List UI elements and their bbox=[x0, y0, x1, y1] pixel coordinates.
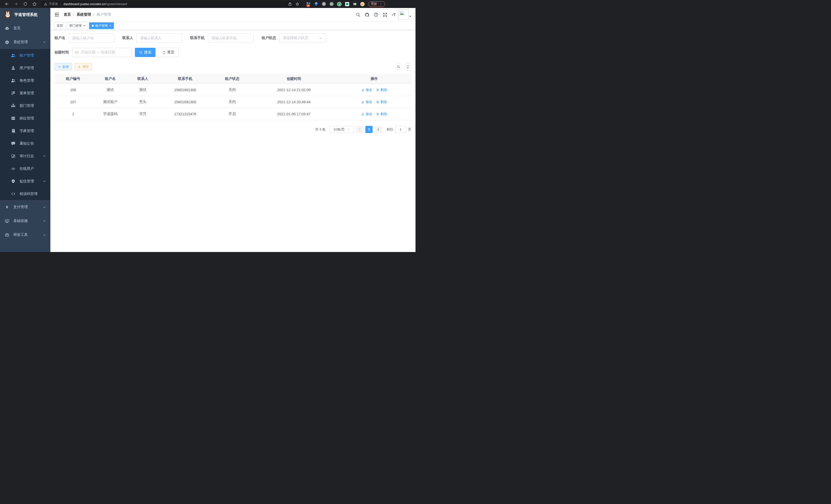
browser-reload-button[interactable] bbox=[23, 2, 28, 6]
tab-home[interactable]: 首页 × bbox=[54, 22, 65, 29]
search-button[interactable]: 搜索 bbox=[135, 48, 155, 57]
browser-toolbar: 不安全 dashboard.yudao.iocoder.cn/system/te… bbox=[0, 0, 416, 8]
sidebar-item-pay[interactable]: 支付管理 bbox=[0, 200, 50, 214]
cell-created-time: 2021-12-14 20:49:44 bbox=[251, 96, 337, 108]
sidebar-item-online[interactable]: 在线用户 bbox=[0, 162, 50, 175]
tab-tenant[interactable]: 租户管理 × bbox=[89, 22, 114, 29]
add-button[interactable]: 新增 bbox=[55, 63, 72, 70]
prev-page-button[interactable] bbox=[356, 126, 363, 133]
menu-item-label: 租户管理 bbox=[20, 53, 34, 58]
sidebar-item-errcode[interactable]: 错误码管理 bbox=[0, 187, 50, 200]
header-actions bbox=[355, 12, 397, 17]
reset-button[interactable]: 重置 bbox=[158, 48, 179, 57]
delete-link[interactable]: 删除 bbox=[376, 100, 387, 104]
contact-input[interactable] bbox=[137, 33, 182, 42]
app-logo[interactable]: 芋道管理系统 bbox=[0, 8, 50, 21]
sidebar-item-post[interactable]: 岗位管理 bbox=[0, 112, 50, 125]
header-button-font-size[interactable] bbox=[392, 12, 397, 17]
extensions-puzzle-icon[interactable] bbox=[352, 2, 357, 6]
delete-link[interactable]: 删除 bbox=[376, 112, 387, 116]
address-bar[interactable]: 不安全 dashboard.yudao.iocoder.cn/system/te… bbox=[40, 1, 303, 7]
browser-forward-button[interactable] bbox=[14, 2, 18, 6]
sidebar-item-audit[interactable]: 审计日志 bbox=[0, 150, 50, 162]
sidebar-item-sms[interactable]: 短信管理 bbox=[0, 175, 50, 187]
create-time-range-picker[interactable]: 开始日期 - 结束日期 bbox=[72, 48, 132, 57]
chevron-down-icon bbox=[42, 233, 46, 237]
menu-icon bbox=[5, 26, 9, 31]
emoji-profile-icon[interactable] bbox=[360, 2, 365, 6]
menu-icon bbox=[11, 141, 16, 146]
next-page-button[interactable] bbox=[375, 126, 382, 133]
table-row-2: 1 芋道源码 芋艿 17321315478 开启 2021-01-05 17:0… bbox=[55, 108, 411, 120]
table-row-1: 107 测试租户 秃头 15601691300 关闭 2021-12-14 20… bbox=[55, 96, 411, 108]
edit-link[interactable]: 修改 bbox=[361, 100, 372, 104]
chevron-down-icon bbox=[42, 154, 46, 158]
page-size-select[interactable]: 10条/页 bbox=[329, 126, 354, 133]
tenant-name-input[interactable] bbox=[68, 33, 114, 42]
header-button-fullscreen[interactable] bbox=[382, 12, 388, 17]
tab-dept[interactable]: 部门管理 × bbox=[67, 22, 88, 29]
yudao-extension-icon[interactable]: y bbox=[337, 2, 342, 6]
chevron-down-icon bbox=[42, 206, 46, 209]
sidebar-item-tenant[interactable]: 租户管理 bbox=[0, 49, 50, 62]
sidebar-item-menu[interactable]: 菜单管理 bbox=[0, 87, 50, 99]
export-button[interactable]: 导出 bbox=[75, 63, 92, 70]
header-button-github[interactable] bbox=[365, 12, 370, 17]
sidebar-item-user[interactable]: 用户管理 bbox=[0, 62, 50, 74]
sidebar-item-dict[interactable]: 字典管理 bbox=[0, 125, 50, 137]
page-button-1[interactable]: 1 bbox=[365, 126, 373, 133]
chevron-down-icon bbox=[42, 180, 46, 183]
sidebar-item-infra[interactable]: 基础设施 bbox=[0, 214, 50, 228]
mobile-input[interactable] bbox=[208, 33, 254, 42]
chevron-down-icon bbox=[42, 219, 46, 223]
tenant-status-select[interactable]: 请选择租户状态 bbox=[279, 33, 326, 42]
app-title: 芋道管理系统 bbox=[15, 12, 37, 17]
header-button-help[interactable] bbox=[374, 12, 378, 17]
menu-icon bbox=[11, 129, 16, 133]
page-unit-label: 页 bbox=[408, 127, 411, 132]
goto-page-input[interactable] bbox=[395, 126, 406, 133]
sidebar-item-home[interactable]: 首页 bbox=[0, 21, 50, 35]
security-label: 不安全 bbox=[49, 2, 58, 6]
menu-icon bbox=[5, 233, 9, 237]
breadcrumb-separator: / bbox=[93, 12, 94, 17]
edit-link[interactable]: 修改 bbox=[361, 112, 372, 116]
menu-icon bbox=[5, 219, 9, 223]
sidebar-item-system[interactable]: 系统管理 bbox=[0, 35, 50, 49]
chevron-down-icon bbox=[347, 128, 350, 131]
cell-actions: 修改 删除 bbox=[337, 108, 411, 120]
avatar-caret-down-icon[interactable] bbox=[409, 15, 412, 18]
sidebar-item-dept[interactable]: 部门管理 bbox=[0, 99, 50, 112]
browser-back-button[interactable] bbox=[5, 2, 9, 6]
edit-link[interactable]: 修改 bbox=[361, 88, 372, 92]
header-button-search[interactable] bbox=[355, 12, 361, 17]
sidebar-item-role[interactable]: 角色管理 bbox=[0, 74, 50, 87]
cell-mobile: 15601691300 bbox=[157, 96, 213, 108]
sidebar-item-notice[interactable]: 通知公告 bbox=[0, 137, 50, 150]
pencil-icon bbox=[361, 88, 364, 91]
column-header: 租户状态 bbox=[213, 74, 251, 84]
recorder-extension-icon[interactable] bbox=[329, 2, 334, 6]
breadcrumb-system[interactable]: 系统管理 bbox=[77, 12, 91, 17]
collapse-sidebar-button[interactable] bbox=[54, 12, 59, 17]
chat-extension-icon[interactable] bbox=[345, 2, 349, 6]
tab-close-icon[interactable]: × bbox=[110, 24, 111, 27]
kite-extension-icon[interactable] bbox=[314, 2, 318, 6]
browser-home-button[interactable] bbox=[32, 2, 37, 6]
breadcrumb: 首页 / 系统管理 / 租户管理 bbox=[64, 12, 111, 17]
update-button[interactable]: 更新 ⋮ bbox=[368, 1, 385, 7]
breadcrumb-home[interactable]: 首页 bbox=[64, 12, 71, 17]
sidebar-item-devtool[interactable]: 研发工具 bbox=[0, 228, 50, 242]
bookmark-star-icon[interactable] bbox=[295, 2, 299, 6]
share-icon[interactable] bbox=[288, 2, 292, 6]
command-extension-icon[interactable]: ⌘ bbox=[322, 2, 326, 6]
refresh-table-button[interactable] bbox=[404, 63, 411, 70]
tab-close-icon[interactable]: × bbox=[84, 24, 85, 27]
column-header: 联系手机 bbox=[157, 74, 213, 84]
avatar[interactable] bbox=[399, 9, 409, 20]
menu-icon bbox=[11, 154, 16, 158]
pinned-extension-icon[interactable]: 10 bbox=[306, 2, 311, 6]
delete-link[interactable]: 删除 bbox=[376, 88, 387, 92]
url-path: /system/tenant bbox=[105, 2, 127, 6]
toggle-search-button[interactable] bbox=[395, 63, 402, 70]
